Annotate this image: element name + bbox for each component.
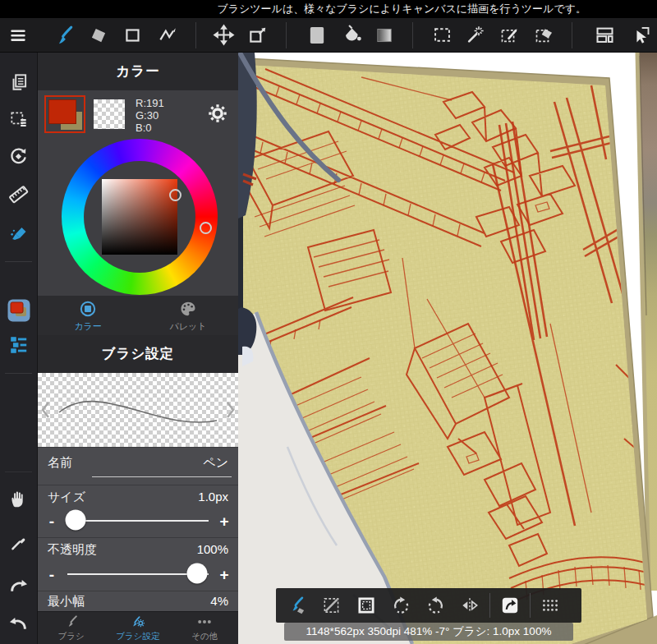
brush-panel-title: ブラシ設定 <box>38 335 238 373</box>
left-panel: カラー R:191 G:30 B:0 <box>38 53 238 644</box>
tab-other[interactable]: その他 <box>172 612 238 644</box>
color-wheel <box>38 138 238 296</box>
canvas-toolbar-separator <box>530 593 531 618</box>
opacity-plus-button[interactable]: + <box>215 566 233 584</box>
rail-separator <box>5 261 32 262</box>
opacity-minus-button[interactable]: - <box>43 566 61 584</box>
background-color-swatch[interactable] <box>94 99 125 129</box>
gradient-tool-icon[interactable] <box>371 22 397 48</box>
undo-icon[interactable] <box>7 610 31 635</box>
reset-view-icon[interactable] <box>7 144 31 168</box>
brush-name-value[interactable]: ペン <box>203 455 228 471</box>
canvas-artwork[interactable] <box>238 53 657 644</box>
select-all-icon[interactable] <box>351 592 381 619</box>
magic-wand-icon[interactable] <box>462 22 488 48</box>
opacity-slider-knob[interactable] <box>187 564 208 584</box>
more-dots-icon <box>195 614 214 630</box>
brush-eraser-toggle-icon[interactable] <box>283 592 312 619</box>
size-value: 1.0px <box>198 490 228 504</box>
size-slider[interactable] <box>67 508 209 532</box>
bucket-fill-icon[interactable] <box>338 22 365 48</box>
pages-icon[interactable] <box>7 70 31 94</box>
layers-icon[interactable] <box>7 333 31 357</box>
size-plus-button[interactable]: + <box>215 513 233 531</box>
size-slider-track <box>67 520 209 522</box>
prev-brush-icon[interactable] <box>39 398 53 422</box>
hand-icon[interactable] <box>7 486 31 511</box>
color-tab-icon <box>78 299 98 319</box>
minwidth-label: 最小幅 <box>48 594 85 610</box>
tab-color[interactable]: カラー <box>38 296 138 335</box>
top-toolbar <box>0 18 657 53</box>
opacity-slider[interactable] <box>67 561 209 586</box>
panel-tab-bar: ブラシ ブラシ設定 その他 <box>38 611 238 644</box>
brush-preview <box>38 373 238 447</box>
color-row: R:191 G:30 B:0 <box>38 90 238 138</box>
eraser-tool-icon[interactable] <box>85 22 112 48</box>
rotate-cw-icon[interactable] <box>420 592 450 619</box>
left-rail <box>0 53 38 644</box>
select-rect-icon[interactable] <box>429 22 455 48</box>
rgb-b: B:0 <box>136 122 164 134</box>
toolbar-separator <box>572 22 572 48</box>
move-tool-icon[interactable] <box>210 22 237 48</box>
material-icon[interactable] <box>7 219 31 244</box>
rail-separator <box>5 373 32 374</box>
ruler-icon[interactable] <box>7 182 31 206</box>
canvas-area: 1148*562px 350dpi 481% -7° ブラシ: 1.0px 10… <box>238 53 657 644</box>
tab-brush-settings[interactable]: ブラシ設定 <box>104 612 171 644</box>
palette-icon <box>178 299 198 319</box>
color-swatch-icon[interactable] <box>304 22 330 48</box>
hue-selector[interactable] <box>200 222 212 234</box>
foreground-color-swatch[interactable] <box>46 97 84 131</box>
rotate-ccw-icon[interactable] <box>386 592 416 619</box>
flip-horizontal-icon[interactable] <box>455 592 485 619</box>
rgb-g: G:30 <box>136 109 164 122</box>
brush-name-label: 名前 <box>48 455 72 471</box>
select-eraser-icon[interactable] <box>531 22 557 48</box>
window-layout-icon[interactable] <box>591 22 618 48</box>
primary-color <box>48 99 76 124</box>
size-label: サイズ <box>48 490 85 505</box>
brush-stroke-sample <box>38 373 238 447</box>
rail-separator <box>5 472 32 472</box>
brush-opacity-row: 不透明度 100% - + <box>38 537 238 591</box>
saturation-value-square[interactable] <box>102 179 177 255</box>
opacity-value: 100% <box>197 542 228 556</box>
status-text: 1148*562px 350dpi 481% -7° ブラシ: 1.0px 10… <box>306 624 552 639</box>
menu-icon[interactable] <box>5 22 31 48</box>
polyline-tool-icon[interactable] <box>154 22 181 48</box>
shape-tool-icon[interactable] <box>120 22 146 48</box>
transform-tool-icon[interactable] <box>245 22 271 48</box>
color-chip-icon[interactable] <box>7 298 31 323</box>
status-bar: 1148*562px 350dpi 481% -7° ブラシ: 1.0px 10… <box>284 623 573 641</box>
redo-icon[interactable] <box>7 573 31 597</box>
gear-icon[interactable] <box>205 101 232 127</box>
pointer-icon[interactable] <box>627 22 654 48</box>
sv-selector[interactable] <box>169 189 181 201</box>
next-brush-icon[interactable] <box>223 398 237 422</box>
help-text: ブラシツールは、様々なブラシによりキャンバスに描画を行うツールです。 <box>217 2 586 16</box>
tab-palette[interactable]: パレット <box>138 296 238 335</box>
drag-handle-icon[interactable] <box>535 592 565 619</box>
tab-brush[interactable]: ブラシ <box>38 612 104 644</box>
canvas-toolbar-separator <box>489 593 490 618</box>
name-underline <box>92 476 232 478</box>
help-bar: ブラシツールは、様々なブラシによりキャンバスに描画を行うツールです。 <box>0 0 657 18</box>
brush-tool-icon[interactable] <box>51 22 77 48</box>
toolbar-separator <box>286 22 287 48</box>
size-minus-button[interactable]: - <box>43 513 61 531</box>
brush-size-row: サイズ 1.0px - + <box>38 485 238 537</box>
brush-tab-icon <box>62 614 80 630</box>
color-tab-bar: カラー パレット <box>38 296 238 335</box>
rgb-readout: R:191 G:30 B:0 <box>136 97 164 134</box>
toolbar-separator <box>412 22 413 48</box>
size-slider-knob[interactable] <box>66 510 86 531</box>
brush-name-row: 名前 ペン <box>38 447 238 485</box>
select-layer-icon[interactable] <box>7 107 31 131</box>
shortcut-icon[interactable] <box>495 592 525 619</box>
deselect-icon[interactable] <box>317 592 347 619</box>
select-pen-icon[interactable] <box>496 22 522 48</box>
eyedropper-icon[interactable] <box>7 530 31 554</box>
color-panel-title: カラー <box>38 53 238 90</box>
